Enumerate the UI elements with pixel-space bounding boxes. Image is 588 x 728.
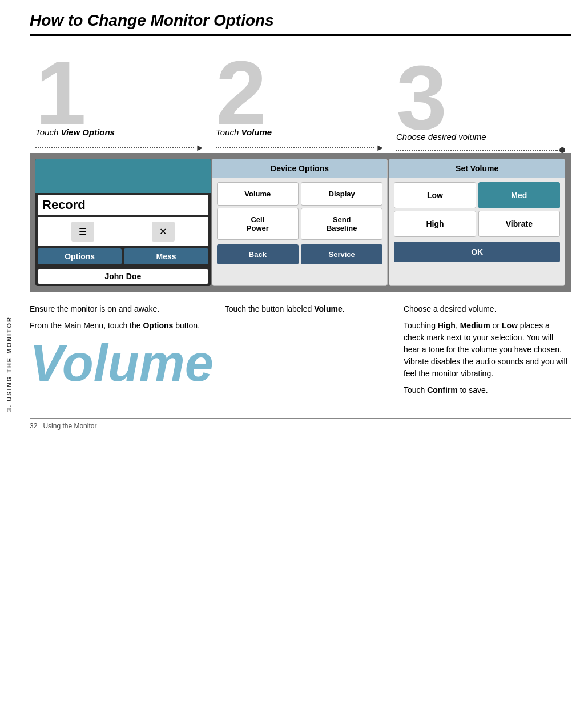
screen-1: Record ☰ ✕ Options Mess John Doe (35, 159, 211, 286)
step-1-arrow: ► (195, 143, 204, 153)
step-3-number: 3 (396, 52, 565, 143)
page-title: How to Change Monitor Options (30, 11, 571, 36)
user-name: John Doe (38, 269, 208, 284)
device-options-grid: Volume Display Cell Power Send Baseline (212, 178, 388, 244)
step-2-line: ► (216, 143, 385, 153)
service-button[interactable]: Service (301, 244, 382, 264)
screen-1-top (35, 159, 211, 193)
step-2-number: 2 (216, 47, 385, 139)
record-label: Record (42, 198, 86, 212)
options-button[interactable]: Options (38, 248, 122, 264)
sidebar-label: 3. USING THE Monitor (6, 316, 13, 412)
step-3-dots (396, 150, 558, 151)
screen-2: Device Options Volume Display Cell Power… (212, 159, 388, 286)
desc-3-p1: Choose a desired volume. (404, 303, 571, 315)
low-button[interactable]: Low (394, 182, 476, 208)
step-1-bold: View Options (61, 127, 114, 137)
step-1-dots (35, 147, 194, 148)
step-2-dots (216, 147, 374, 148)
step-3: 3 Choose desired volume (390, 52, 571, 153)
screens-row: Record ☰ ✕ Options Mess John Doe Device … (30, 153, 571, 292)
step-1-label: Touch View Options (35, 127, 204, 137)
screen-1-icons: ☰ ✕ (38, 217, 208, 246)
desc-2-p1: Touch the button labeled Volume. (225, 303, 392, 315)
step-3-circle (559, 147, 565, 153)
step-3-label: Choose desired volume (396, 132, 565, 142)
device-options-bottom: Back Service (212, 244, 388, 269)
high-button[interactable]: High (394, 211, 476, 237)
step-2-label: Touch Volume (216, 127, 385, 137)
set-volume-grid: Low Med High Vibrate (389, 178, 565, 242)
step-1: 1 Touch View Options ► (30, 47, 210, 153)
envelope-icon: ✕ (152, 222, 175, 242)
steps-row: 1 Touch View Options ► 2 Touch Volume ► … (30, 47, 571, 153)
desc-col-2: Touch the button labeled Volume. (225, 303, 392, 320)
step-2-prefix: Touch (216, 127, 241, 137)
desc-col-1: Ensure the monitor is on and awake. From… (30, 303, 214, 389)
sidebar: 3. USING THE Monitor (0, 0, 18, 728)
desc-1-p1: Ensure the monitor is on and awake. (30, 303, 214, 315)
footer-text: Using the Monitor (43, 422, 96, 430)
desc-3-p2: Touching High, Medium or Low places a ch… (404, 320, 571, 380)
device-options-header: Device Options (212, 159, 388, 178)
list-icon: ☰ (71, 222, 94, 242)
step-2-arrow: ► (376, 143, 385, 153)
screen-1-title: Record (38, 195, 208, 215)
ok-button[interactable]: OK (394, 242, 560, 262)
volume-watermark: Volume (30, 337, 214, 389)
cell-power-button[interactable]: Cell Power (217, 208, 299, 240)
desc-col-3: Choose a desired volume. Touching High, … (404, 303, 571, 401)
step-1-line: ► (35, 143, 204, 153)
desc-3-p3: Touch Confirm to save. (404, 384, 571, 396)
screen-3: Set Volume Low Med High Vibrate OK (389, 159, 565, 286)
description-row: Ensure the monitor is on and awake. From… (30, 303, 571, 401)
vibrate-button[interactable]: Vibrate (478, 211, 560, 237)
mess-button[interactable]: Mess (124, 248, 208, 264)
desc-1-p2: From the Main Menu, touch the Options bu… (30, 320, 214, 332)
step-1-prefix: Touch (35, 127, 61, 137)
step-2: 2 Touch Volume ► (210, 47, 390, 153)
send-baseline-button[interactable]: Send Baseline (301, 208, 382, 240)
med-button[interactable]: Med (478, 182, 560, 208)
step-1-number: 1 (35, 47, 204, 139)
footer-page: 32 (30, 422, 37, 430)
display-button[interactable]: Display (301, 182, 382, 206)
back-button[interactable]: Back (217, 244, 299, 264)
volume-button[interactable]: Volume (217, 182, 299, 206)
footer: 32 Using the Monitor (30, 418, 571, 430)
screen-1-buttons: Options Mess (35, 246, 211, 267)
set-volume-header: Set Volume (389, 159, 565, 178)
step-2-bold: Volume (241, 127, 272, 137)
step-3-prefix: Choose desired volume (396, 132, 486, 142)
